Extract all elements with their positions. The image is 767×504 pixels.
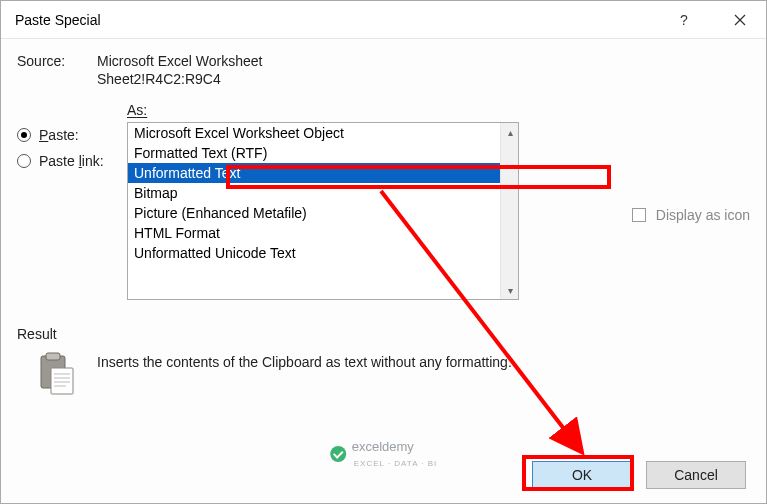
dialog-body: Source: Microsoft Excel Worksheet Sheet2…	[1, 39, 766, 410]
list-item[interactable]: HTML Format	[128, 223, 500, 243]
paste-radio[interactable]: Paste:	[17, 127, 127, 143]
paste-special-dialog: Paste Special ? Source: Microsoft Excel …	[0, 0, 767, 504]
paste-link-radio[interactable]: Paste link:	[17, 153, 127, 169]
list-item[interactable]: Unformatted Unicode Text	[128, 243, 500, 263]
scroll-down-icon[interactable]: ▾	[501, 281, 519, 299]
list-item[interactable]: Picture (Enhanced Metafile)	[128, 203, 500, 223]
display-as-icon-label: Display as icon	[656, 207, 750, 223]
as-listbox[interactable]: Microsoft Excel Worksheet Object Formatt…	[127, 122, 519, 300]
list-item[interactable]: Formatted Text (RTF)	[128, 143, 500, 163]
watermark-tag: EXCEL · DATA · BI	[354, 459, 438, 468]
result-description: Inserts the contents of the Clipboard as…	[97, 352, 512, 370]
list-item[interactable]: Unformatted Text	[128, 163, 500, 183]
list-item[interactable]: Microsoft Excel Worksheet Object	[128, 123, 500, 143]
radio-icon	[17, 154, 31, 168]
ok-button[interactable]: OK	[532, 461, 632, 489]
titlebar-controls: ?	[666, 5, 758, 35]
dialog-buttons: OK Cancel	[532, 461, 746, 489]
source-range: Sheet2!R4C2:R9C4	[97, 71, 221, 87]
as-label: As:	[127, 102, 147, 118]
close-icon[interactable]	[722, 5, 758, 35]
source-app: Microsoft Excel Worksheet	[97, 53, 262, 69]
checkbox-icon[interactable]	[632, 208, 646, 222]
svg-rect-4	[51, 368, 73, 394]
watermark: exceldemy EXCEL · DATA · BI	[330, 439, 438, 469]
dialog-title: Paste Special	[15, 12, 101, 28]
clipboard-icon	[37, 352, 79, 400]
result-heading: Result	[17, 326, 750, 342]
watermark-check-icon	[330, 446, 346, 462]
source-label: Source:	[17, 53, 97, 69]
svg-rect-3	[46, 353, 60, 360]
cancel-button[interactable]: Cancel	[646, 461, 746, 489]
radio-icon	[17, 128, 31, 142]
display-as-icon-option: Display as icon	[604, 101, 750, 300]
paste-mode-radios: Paste: Paste link:	[17, 101, 127, 300]
listbox-scrollbar[interactable]: ▴ ▾	[500, 123, 518, 299]
watermark-brand: exceldemy	[352, 439, 414, 454]
scroll-up-icon[interactable]: ▴	[501, 123, 519, 141]
list-item[interactable]: Bitmap	[128, 183, 500, 203]
help-icon[interactable]: ?	[666, 5, 702, 35]
as-listbox-items: Microsoft Excel Worksheet Object Formatt…	[128, 123, 500, 299]
titlebar: Paste Special ?	[1, 1, 766, 39]
